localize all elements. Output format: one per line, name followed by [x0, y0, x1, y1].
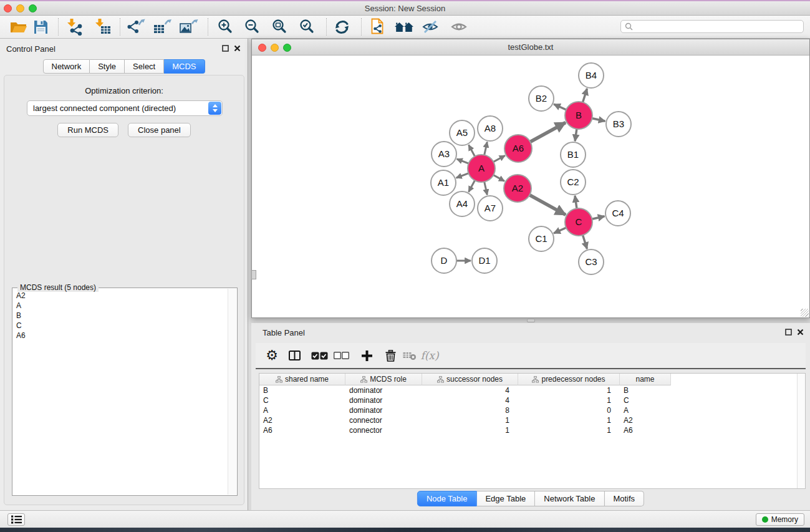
close-panel-button[interactable]	[796, 328, 804, 336]
table-cell[interactable]: A6	[620, 426, 671, 435]
table-cell[interactable]: 1	[518, 426, 620, 435]
table-cell[interactable]: A2	[620, 416, 671, 425]
open-file-button[interactable]	[8, 17, 29, 37]
main-toolbar	[0, 16, 810, 39]
table-cell[interactable]: B	[259, 386, 345, 395]
table-cell[interactable]: dominator	[345, 396, 422, 405]
run-mcds-button[interactable]: Run MCDS	[57, 123, 118, 137]
table-cell[interactable]: 1	[422, 416, 518, 425]
scrollbar-handle[interactable]	[251, 270, 256, 279]
table-cell[interactable]: 4	[422, 396, 518, 405]
mcds-result-item[interactable]: C	[16, 321, 226, 331]
refresh-layout-button[interactable]	[331, 17, 352, 37]
tab-edge-table[interactable]: Edge Table	[476, 491, 535, 506]
save-session-button[interactable]	[30, 17, 51, 37]
table-cell[interactable]: connector	[345, 426, 422, 435]
scrollbar-track[interactable]	[228, 289, 236, 495]
table-toolbar: ⚙ f(x)	[256, 343, 806, 369]
table-cell[interactable]: C	[259, 396, 345, 405]
show-task-history-button[interactable]	[7, 513, 25, 526]
hide-graphics-details-button[interactable]	[420, 17, 441, 37]
tab-node-table[interactable]: Node Table	[417, 491, 477, 506]
table-cell[interactable]: connector	[345, 416, 422, 425]
mcds-result-item[interactable]: B	[16, 311, 226, 321]
import-table-button[interactable]	[92, 17, 113, 37]
float-panel-button[interactable]	[784, 328, 793, 336]
minimize-button[interactable]	[271, 44, 279, 52]
close-panel-button[interactable]	[233, 44, 241, 52]
table-cell[interactable]: 1	[422, 426, 518, 435]
column-header-predecessor-nodes[interactable]: predecessor nodes	[518, 374, 620, 385]
float-panel-button[interactable]	[221, 44, 229, 52]
table-cell[interactable]: A	[259, 406, 345, 415]
zoom-window-button[interactable]	[283, 44, 291, 52]
first-neighbors-button[interactable]	[393, 17, 415, 37]
scrollbar-track[interactable]	[797, 374, 805, 488]
resize-grip[interactable]	[801, 309, 809, 317]
splitter-handle[interactable]	[527, 319, 535, 322]
import-table-icon	[94, 18, 112, 36]
status-bar: Memory	[0, 510, 810, 528]
tab-style[interactable]: Style	[90, 59, 125, 74]
column-header-name[interactable]: name	[620, 374, 671, 385]
table-row[interactable]: A6connector11A6	[259, 425, 805, 435]
table-cell[interactable]: 1	[518, 386, 620, 395]
table-settings-button[interactable]: ⚙	[261, 343, 283, 368]
table-cell[interactable]: 1	[518, 416, 620, 425]
table-cell[interactable]: A2	[259, 416, 345, 425]
tab-select[interactable]: Select	[125, 59, 164, 74]
table-cell[interactable]: 8	[422, 406, 518, 415]
add-column-button[interactable]	[355, 343, 378, 368]
export-table-button[interactable]	[152, 17, 173, 37]
zoom-out-button[interactable]	[241, 17, 263, 37]
control-panel: Control Panel NetworkStyleSelectMCDS Opt…	[0, 39, 248, 510]
unchecked-boxes-icon	[334, 352, 349, 359]
show-graphics-details-button[interactable]	[448, 17, 470, 37]
table-cell[interactable]: dominator	[345, 386, 422, 395]
table-panel-tabs: Node TableEdge TableNetwork TableMotifs	[417, 491, 644, 506]
memory-button[interactable]: Memory	[756, 513, 804, 526]
optimization-criterion-select[interactable]: largest connected component (directed)	[27, 100, 223, 116]
table-cell[interactable]: 1	[518, 396, 620, 405]
zoom-fit-button[interactable]	[269, 17, 290, 37]
new-network-from-selection-button[interactable]	[367, 17, 388, 37]
zoom-in-button[interactable]	[215, 17, 236, 37]
import-network-button[interactable]	[64, 17, 85, 37]
table-cell[interactable]: dominator	[345, 406, 422, 415]
table-cell[interactable]: 4	[422, 386, 518, 395]
graph-node-label-B4: B4	[586, 70, 597, 80]
column-header-MCDS-role[interactable]: MCDS role	[345, 374, 422, 385]
graph-node-label-A1: A1	[438, 177, 449, 188]
function-builder-button[interactable]: f(x)	[418, 343, 441, 368]
column-header-shared-name[interactable]: shared name	[259, 374, 345, 385]
mcds-result-item[interactable]: A2	[16, 291, 226, 301]
graph-node-label-B2: B2	[536, 93, 547, 104]
mcds-result-item[interactable]: A	[16, 301, 226, 311]
table-cell[interactable]: C	[620, 396, 671, 405]
export-network-button[interactable]	[125, 17, 147, 37]
column-header-successor-nodes[interactable]: successor nodes	[422, 374, 518, 385]
mcds-result-item[interactable]: A6	[16, 331, 226, 341]
table-row[interactable]: Adominator80A	[259, 405, 805, 415]
tab-network-table[interactable]: Network Table	[535, 491, 604, 506]
tab-network[interactable]: Network	[42, 59, 90, 74]
export-image-button[interactable]	[178, 17, 200, 37]
zoom-selected-button[interactable]	[296, 17, 317, 37]
table-cell[interactable]: A	[620, 406, 671, 415]
close-panel-button-inner[interactable]: Close panel	[128, 123, 191, 137]
tab-mcds[interactable]: MCDS	[164, 59, 205, 74]
select-all-button[interactable]	[308, 343, 330, 368]
search-input[interactable]	[635, 22, 803, 31]
table-cell[interactable]: B	[620, 386, 671, 395]
table-row[interactable]: Bdominator41B	[259, 385, 805, 395]
delete-table-button[interactable]	[398, 343, 421, 368]
table-cell[interactable]: 0	[518, 406, 620, 415]
tab-motifs[interactable]: Motifs	[604, 491, 644, 506]
table-cell[interactable]: A6	[259, 426, 345, 435]
deselect-all-button[interactable]	[330, 343, 352, 368]
network-canvas[interactable]: B4B2BB3A5A8A6A3B1AA1C2A2A4A7C4CC1C3DD1	[252, 56, 809, 317]
table-row[interactable]: A2connector11A2	[259, 415, 805, 425]
table-row[interactable]: Cdominator41C	[259, 395, 805, 405]
show-columns-button[interactable]	[283, 343, 306, 368]
close-button[interactable]	[258, 44, 266, 52]
